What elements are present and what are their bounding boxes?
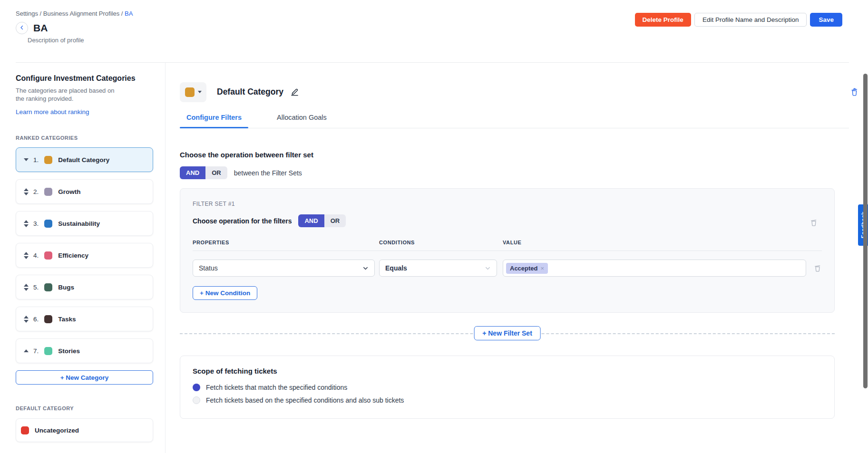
- ranked-categories-label: RANKED CATEGORIES: [16, 135, 153, 141]
- new-condition-button[interactable]: + New Condition: [193, 286, 257, 300]
- category-list: 1. Default Category 2. Growth 3. Sustain…: [16, 147, 153, 363]
- tab-allocation-goals[interactable]: Allocation Goals: [270, 108, 333, 128]
- category-name: Default Category: [58, 156, 109, 164]
- header-actions: Delete Profile Edit Profile Name and Des…: [635, 13, 842, 27]
- category-name: Growth: [58, 188, 80, 195]
- condition-select[interactable]: Equals: [379, 260, 497, 277]
- sort-updown-icon[interactable]: [23, 252, 29, 259]
- sort-updown-icon[interactable]: [23, 284, 29, 291]
- and-option[interactable]: AND: [298, 214, 324, 227]
- category-name: Uncategorized: [35, 427, 79, 434]
- back-arrow-icon: [19, 24, 25, 32]
- operation-heading: Choose the operation between filter set: [180, 151, 849, 159]
- radio-label: Fetch tickets that match the specified c…: [206, 384, 347, 391]
- radio-selected-icon[interactable]: [193, 384, 200, 391]
- scope-card: Scope of fetching tickets Fetch tickets …: [180, 356, 835, 419]
- edit-icon[interactable]: [290, 87, 299, 96]
- sidebar-subtitle: The categories are placed based on the r…: [16, 87, 123, 103]
- filters-andor-toggle: AND OR: [298, 214, 346, 227]
- category-color-dropdown[interactable]: [180, 82, 206, 102]
- page-header: Settings / Business Alignment Profiles /…: [0, 0, 868, 63]
- scope-option-include-sub-tickets[interactable]: Fetch tickets based on the specified con…: [193, 396, 822, 404]
- vertical-scrollbar[interactable]: [863, 74, 868, 388]
- page: Settings / Business Alignment Profiles /…: [0, 0, 868, 453]
- profile-description: Description of profile: [28, 37, 868, 44]
- delete-category-trash-icon[interactable]: [850, 87, 859, 96]
- category-header: Default Category: [180, 82, 859, 102]
- sort-down-icon[interactable]: [23, 158, 29, 161]
- category-item-growth[interactable]: 2. Growth: [16, 179, 153, 204]
- sidebar-title: Configure Investment Categories: [16, 74, 153, 83]
- category-name: Bugs: [58, 284, 74, 291]
- category-item-tasks[interactable]: 6. Tasks: [16, 307, 153, 331]
- value-input[interactable]: Accepted ×: [503, 260, 806, 277]
- category-name: Sustainability: [58, 220, 100, 227]
- default-category-label: DEFAULT CATEGORY: [16, 405, 153, 411]
- main-panel: Default Category Configure Filters Alloc…: [166, 63, 868, 453]
- scope-heading: Scope of fetching tickets: [193, 367, 822, 375]
- category-color-swatch: [44, 315, 52, 323]
- category-name: Tasks: [58, 316, 76, 323]
- back-button[interactable]: [16, 22, 28, 34]
- chevron-down-icon: [362, 265, 369, 271]
- category-item-bugs[interactable]: 5. Bugs: [16, 275, 153, 299]
- condition-row: Status Equals Accepted: [193, 260, 822, 277]
- category-rank: 3.: [33, 220, 39, 227]
- category-rank: 1.: [33, 156, 39, 164]
- category-item-efficiency[interactable]: 4. Efficiency: [16, 243, 153, 268]
- column-divider: [193, 251, 822, 251]
- properties-column-header: PROPERTIES: [193, 240, 375, 245]
- sort-updown-icon[interactable]: [23, 316, 29, 323]
- category-item-uncategorized[interactable]: Uncategorized: [16, 418, 153, 442]
- filter-operation-section: Choose the operation between filter set …: [180, 151, 849, 179]
- chip-remove-icon[interactable]: ×: [541, 265, 545, 272]
- chevron-down-icon: [485, 265, 491, 271]
- category-rank: 4.: [33, 252, 39, 259]
- breadcrumb-current[interactable]: BA: [125, 10, 133, 17]
- condition-column-headers: PROPERTIES CONDITIONS VALUE: [193, 240, 822, 245]
- category-color-swatch: [44, 283, 52, 291]
- property-select[interactable]: Status: [193, 260, 375, 277]
- new-filter-set-button[interactable]: + New Filter Set: [474, 326, 541, 340]
- value-column-header: VALUE: [503, 240, 822, 245]
- condition-select-value: Equals: [385, 264, 407, 272]
- value-chip-label: Accepted: [510, 265, 538, 272]
- and-option[interactable]: AND: [180, 166, 205, 179]
- radio-unselected-icon[interactable]: [193, 396, 200, 404]
- category-item-sustainability[interactable]: 3. Sustainability: [16, 211, 153, 236]
- category-color-swatch: [185, 87, 195, 97]
- category-title: Default Category: [217, 87, 283, 97]
- category-rank: 6.: [33, 316, 39, 323]
- andor-caption: between the Filter Sets: [234, 169, 302, 177]
- category-color-swatch: [44, 156, 52, 164]
- or-option[interactable]: OR: [205, 166, 227, 179]
- category-color-swatch: [44, 347, 52, 355]
- filter-set-label: FILTER SET #1: [193, 201, 822, 207]
- category-name: Stories: [58, 347, 80, 355]
- sort-updown-icon[interactable]: [23, 188, 29, 195]
- radio-label: Fetch tickets based on the specified con…: [206, 396, 404, 404]
- category-item-default-category[interactable]: 1. Default Category: [16, 147, 153, 172]
- new-category-button[interactable]: + New Category: [16, 370, 153, 385]
- filter-set-card: FILTER SET #1 Choose operation for the f…: [180, 188, 835, 313]
- edit-profile-button[interactable]: Edit Profile Name and Description: [694, 13, 807, 27]
- sidebar: Configure Investment Categories The cate…: [16, 63, 153, 453]
- category-color-swatch: [44, 188, 52, 196]
- sort-updown-icon[interactable]: [23, 220, 29, 227]
- delete-profile-button[interactable]: Delete Profile: [635, 13, 691, 27]
- category-name: Efficiency: [58, 252, 88, 259]
- scope-option-match-conditions[interactable]: Fetch tickets that match the specified c…: [193, 384, 822, 391]
- delete-condition-trash-icon[interactable]: [813, 264, 822, 272]
- save-button[interactable]: Save: [810, 13, 842, 27]
- page-title: BA: [33, 22, 48, 34]
- tab-bar: Configure Filters Allocation Goals: [180, 108, 849, 128]
- category-item-stories[interactable]: 7. Stories: [16, 338, 153, 363]
- or-option[interactable]: OR: [324, 214, 346, 227]
- category-rank: 7.: [33, 347, 39, 355]
- sort-up-icon[interactable]: [23, 349, 29, 352]
- breadcrumb-path[interactable]: Settings / Business Alignment Profiles /: [16, 10, 123, 17]
- learn-more-link[interactable]: Learn more about ranking: [16, 108, 89, 116]
- category-color-swatch: [44, 220, 52, 228]
- tab-configure-filters[interactable]: Configure Filters: [180, 108, 248, 128]
- delete-filter-set-trash-icon[interactable]: [809, 218, 818, 227]
